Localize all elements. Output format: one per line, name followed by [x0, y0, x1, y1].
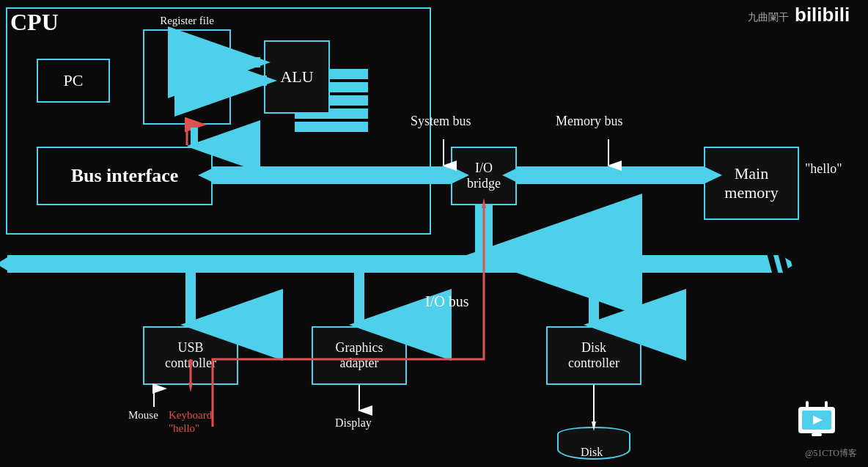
keyboard-hello-label: "hello"	[169, 422, 199, 435]
svg-marker-29	[482, 198, 486, 208]
svg-marker-36	[592, 422, 596, 431]
svg-rect-19	[7, 255, 784, 273]
svg-marker-32	[188, 383, 193, 392]
disk-label: Disk	[581, 446, 603, 459]
svg-rect-16	[517, 166, 704, 184]
svg-marker-20	[0, 255, 11, 273]
bus-arrows-svg	[0, 0, 868, 467]
keyboard-label: Keyboard	[169, 409, 212, 422]
svg-rect-44	[812, 433, 822, 436]
svg-marker-18	[502, 166, 521, 184]
bili-user: 九曲闌干	[748, 11, 789, 24]
tv-icon	[795, 401, 839, 438]
mouse-label: Mouse	[128, 409, 158, 422]
branding-area: 九曲闌干 bilibili	[748, 4, 861, 31]
bili-logo: bilibili	[795, 4, 861, 31]
svg-marker-14	[451, 166, 469, 184]
svg-rect-42	[806, 401, 809, 408]
display-label: Display	[335, 416, 372, 430]
diagram: CPU PC Register file ALU Bus interface I…	[0, 0, 868, 467]
svg-marker-15	[198, 166, 216, 184]
cto-watermark: @51CTO博客	[805, 447, 857, 460]
svg-rect-43	[825, 401, 828, 408]
system-bus-label: System bus	[411, 114, 471, 129]
svg-marker-17	[704, 166, 722, 184]
svg-rect-13	[213, 166, 451, 184]
memory-bus-label: Memory bus	[556, 114, 623, 129]
io-bus-label: I/O bus	[425, 293, 468, 310]
svg-text:bilibili: bilibili	[795, 4, 850, 26]
